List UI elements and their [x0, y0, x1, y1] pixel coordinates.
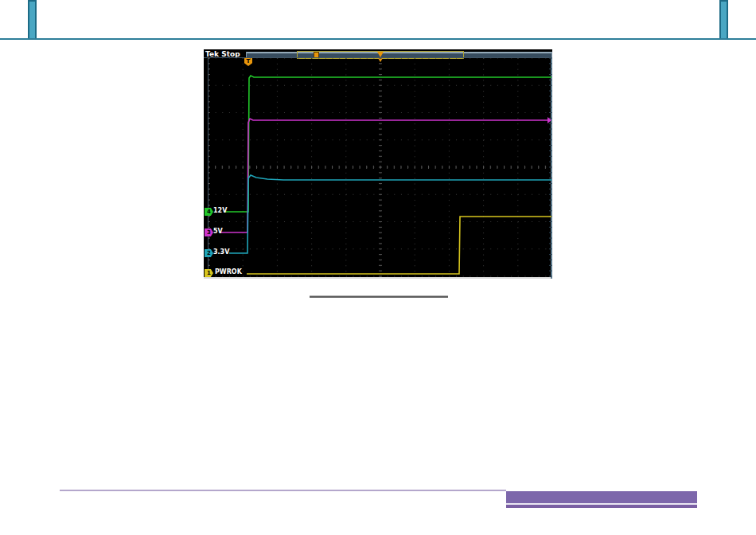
header-rule: [0, 38, 756, 40]
footer-accent-bar: [506, 491, 697, 508]
trace-5v: [220, 119, 548, 232]
channel-4-label: 12V: [213, 207, 227, 215]
footer-accent-bar-lower: [506, 505, 697, 508]
document-page: Tek Stop T 412V35V23.3V1PWROK: [0, 0, 756, 535]
waveform-display: [204, 49, 552, 279]
header-accent-bar-left: [28, 0, 37, 40]
footer-rule: [60, 490, 506, 491]
footer-accent-bar-upper: [506, 491, 697, 503]
header-accent-bar-right: [719, 0, 728, 40]
trace-12v: [224, 76, 551, 212]
channel-2-label: 3.3V: [213, 248, 229, 256]
channel-1-label: PWROK: [215, 268, 242, 276]
caption-underline: [310, 295, 448, 298]
graticule-top-edge: [204, 57, 552, 58]
trace-3.3v: [229, 175, 551, 253]
trace-pwrok: [247, 217, 551, 274]
channel-3-label: 5V: [213, 228, 223, 236]
oscilloscope-screenshot: Tek Stop T 412V35V23.3V1PWROK: [204, 49, 552, 279]
